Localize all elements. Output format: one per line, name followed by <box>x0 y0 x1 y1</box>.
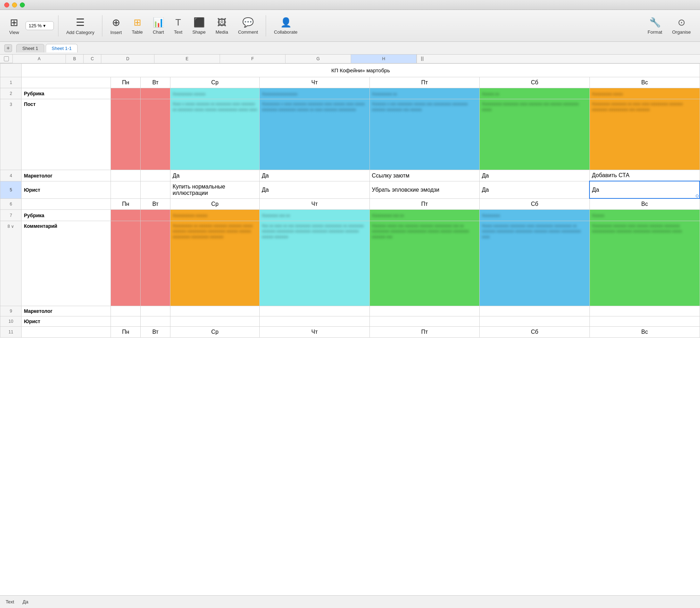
cell-5-h[interactable]: Да <box>589 181 700 198</box>
col-header-e[interactable]: E <box>154 55 220 63</box>
cell-1-g[interactable]: Сб <box>480 77 590 88</box>
cell-3-b[interactable] <box>111 99 141 170</box>
cell-10-f[interactable] <box>369 316 480 326</box>
cell-6-g[interactable]: Сб <box>480 198 590 210</box>
cell-7-b[interactable] <box>111 210 141 221</box>
cell-2-e[interactable]: Xxxxxxxxxxxxxxxxxx <box>260 88 370 99</box>
cell-1-b[interactable]: Пн <box>111 77 141 88</box>
cell-2-g[interactable]: Xxxxxx xx <box>480 88 590 99</box>
cell-3-g[interactable]: Xxxxxxxxxx xxxxxxxx xxxx xxxxxxx xxx xxx… <box>480 99 590 170</box>
freeze-handle[interactable]: ⏸ <box>417 55 427 63</box>
cell-3-h[interactable]: Xxxxxxxxx xxxxxxxx xx xxxx xxxx xxxxxxxx… <box>589 99 700 170</box>
cell-10-h[interactable] <box>589 316 700 326</box>
cell-3-f[interactable]: Xxxxxxx x xxx xxxxxxxx xxxxxx xxx xxxxxx… <box>369 99 480 170</box>
zoom-control[interactable]: 125 % ▾ <box>26 21 54 30</box>
cell-7-f[interactable]: Xxxxxxxxxx xxx xx <box>369 210 480 221</box>
cell-2-h[interactable]: Xxxxxxxxxx xxxxx <box>589 88 700 99</box>
shape-button[interactable]: ⬛ Shape <box>189 15 209 37</box>
cell-5-f[interactable]: Убрать эпловские эмодзи <box>369 181 480 198</box>
cell-4-f[interactable]: Ссылку заютм <box>369 170 480 181</box>
cell-1-d[interactable]: Ср <box>170 77 260 88</box>
chart-button[interactable]: 📊 Chart <box>149 15 168 37</box>
cell-10-e[interactable] <box>260 316 370 326</box>
media-button[interactable]: 🖼 Media <box>212 15 231 37</box>
cell-11-c[interactable]: Вт <box>141 326 170 337</box>
cell-11-e[interactable]: Чт <box>260 326 370 337</box>
cell-11-h[interactable]: Вс <box>589 326 700 337</box>
cell-8-d[interactable]: Xxxxxxxxxx xx xxxxxxx xxxxxxx xxxxxxx xx… <box>170 221 260 306</box>
view-button[interactable]: ⊞ View <box>6 15 23 37</box>
cell-4-c[interactable] <box>141 170 170 181</box>
cell-9-c[interactable] <box>141 306 170 316</box>
col-header-b[interactable]: B <box>66 55 84 63</box>
cell-9-f[interactable] <box>369 306 480 316</box>
cell-4-g[interactable]: Да <box>480 170 590 181</box>
cell-2-f[interactable]: Xxxxxxxxxx xx <box>369 88 480 99</box>
cell-6-b[interactable]: Пн <box>111 198 141 210</box>
cell-1-c[interactable]: Вт <box>141 77 170 88</box>
cell-9-b[interactable] <box>111 306 141 316</box>
cell-5-a[interactable]: Юрист <box>22 181 111 198</box>
cell-11-a[interactable] <box>22 326 111 337</box>
sheet-tab-1-1[interactable]: Sheet 1-1 <box>46 44 78 52</box>
cell-6-c[interactable]: Вт <box>141 198 170 210</box>
comment-button[interactable]: 💬 Comment <box>235 15 261 37</box>
cell-9-a[interactable]: Маркетолог <box>22 306 111 316</box>
format-button[interactable]: 🔧 Format <box>644 15 666 37</box>
cell-6-a[interactable] <box>22 198 111 210</box>
cell-2-b[interactable] <box>111 88 141 99</box>
col-header-c[interactable]: C <box>84 55 101 63</box>
cell-8-b[interactable] <box>111 221 141 306</box>
cell-2-d[interactable]: Xxxxxxxxxx xxxxxx <box>170 88 260 99</box>
insert-button[interactable]: ⊕ Insert <box>107 15 125 37</box>
cell-11-g[interactable]: Сб <box>480 326 590 337</box>
cell-7-c[interactable] <box>141 210 170 221</box>
cell-6-d[interactable]: Ср <box>170 198 260 210</box>
cell-4-d[interactable]: Да <box>170 170 260 181</box>
cell-10-a[interactable]: Юрист <box>22 316 111 326</box>
cell-5-e[interactable]: Да <box>260 181 370 198</box>
col-header-g[interactable]: G <box>286 55 351 63</box>
spreadsheet-title[interactable]: КП Кофейни» мартобрь <box>22 64 700 77</box>
cell-1-h[interactable]: Вс <box>589 77 700 88</box>
cell-7-a[interactable]: Рубрика <box>22 210 111 221</box>
cell-3-e[interactable]: Xxxxxxxxx x xxxx xxxxxxx xxxxxxxx xxxx x… <box>260 99 370 170</box>
col-header-d[interactable]: D <box>101 55 154 63</box>
text-button[interactable]: T Text <box>170 15 186 37</box>
add-category-button[interactable]: ☰ Add Category <box>63 15 98 37</box>
table-button[interactable]: ⊞ Table <box>128 15 146 37</box>
cell-7-g[interactable]: Xxxxxxxxx <box>480 210 590 221</box>
cell-4-a[interactable]: Маркетолог <box>22 170 111 181</box>
minimize-button[interactable] <box>12 2 17 7</box>
select-all-icon[interactable] <box>4 56 9 61</box>
cell-5-g[interactable]: Да <box>480 181 590 198</box>
cell-9-d[interactable] <box>170 306 260 316</box>
cell-2-c[interactable] <box>141 88 170 99</box>
organise-button[interactable]: ⊙ Organise <box>668 15 694 37</box>
fullscreen-button[interactable] <box>20 2 25 7</box>
cell-9-h[interactable] <box>589 306 700 316</box>
cell-1-f[interactable]: Пт <box>369 77 480 88</box>
cell-9-e[interactable] <box>260 306 370 316</box>
collaborate-button[interactable]: 👤 Collaborate <box>270 15 301 37</box>
cell-10-d[interactable] <box>170 316 260 326</box>
cell-8-a[interactable]: Комментарий <box>22 221 111 306</box>
cell-7-h[interactable]: Xxxxxx <box>589 210 700 221</box>
cell-8-c[interactable] <box>141 221 170 306</box>
cell-1-a[interactable] <box>22 77 111 88</box>
cell-1-e[interactable]: Чт <box>260 77 370 88</box>
cell-4-b[interactable] <box>111 170 141 181</box>
cell-3-a[interactable]: Пост <box>22 99 111 170</box>
col-header-h[interactable]: H <box>351 55 417 63</box>
cell-7-d[interactable]: Xxxxxxxxxxx xxxxxx <box>170 210 260 221</box>
resize-handle[interactable] <box>696 195 699 197</box>
cell-8-e[interactable]: Xxx xx xxxx xx xxx xxxxxxxx xxxxxx xxxxx… <box>260 221 370 306</box>
cell-10-b[interactable] <box>111 316 141 326</box>
cell-6-f[interactable]: Пт <box>369 198 480 210</box>
cell-10-c[interactable] <box>141 316 170 326</box>
col-header-a[interactable]: A <box>13 55 66 63</box>
add-sheet-button[interactable]: + <box>4 44 12 52</box>
sheet-tab-1[interactable]: Sheet 1 <box>16 44 44 52</box>
cell-4-e[interactable]: Да <box>260 170 370 181</box>
cell-8-g[interactable]: Xxxxx xxxxxxxx xxxxxxxx xxxx xxxxxxxxx x… <box>480 221 590 306</box>
